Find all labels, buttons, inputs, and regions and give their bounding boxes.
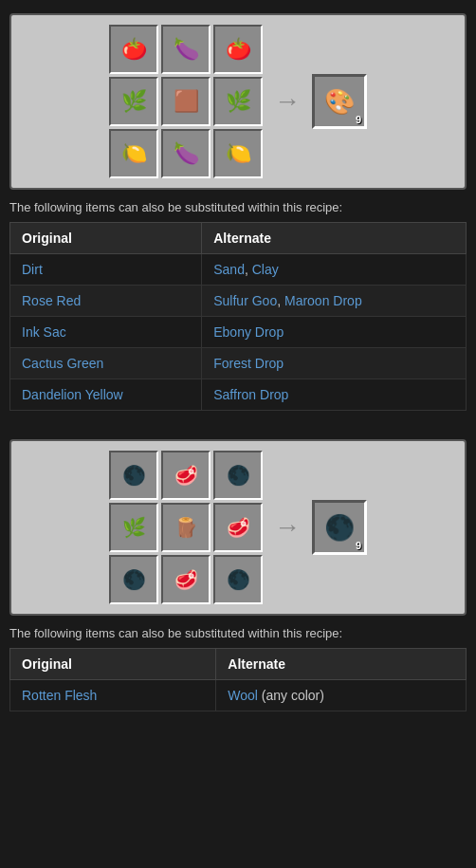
table-row: Ink SacEbony Drop [10,317,467,348]
grid-cell-r2-3-2: 🥩 [161,555,211,604]
grid-cell-r2-1-2: 🥩 [161,451,211,500]
original-cell: Rotten Flesh [10,680,216,711]
craft-grid-2: 🌑 🥩 🌑 🌿 🪵 🥩 🌑 🥩 🌑 [109,451,263,604]
alternate-link[interactable]: Maroon Drop [284,293,362,308]
table-row: Rose RedSulfur Goo, Maroon Drop [10,286,467,317]
alternate-link[interactable]: Forest Drop [213,356,284,371]
recipe1-table: Original Alternate DirtSand, ClayRose Re… [9,222,467,411]
table-row: Rotten FleshWool (any color) [10,680,467,711]
recipe2-table: Original Alternate Rotten FleshWool (any… [9,648,467,711]
grid-cell-r2-2-1: 🌿 [109,503,158,552]
grid-cell-r2-3-1: 🌑 [109,555,158,604]
result-cell-2: 🌑 9 [312,500,367,555]
original-cell: Cactus Green [10,348,202,379]
grid-cell-3-2: 🍆 [161,129,211,178]
alternate-cell: Saffron Drop [202,379,467,411]
recipe2-section: 🌑 🥩 🌑 🌿 🪵 🥩 🌑 🥩 🌑 → 🌑 9 The following it… [0,426,476,727]
grid-cell-1-1: 🍅 [109,25,158,74]
table-row: Dandelion YellowSaffron Drop [10,379,467,411]
alternate-cell: Sulfur Goo, Maroon Drop [202,286,467,317]
arrow-icon-1: → [274,86,301,117]
arrow-icon-2: → [274,512,301,543]
original-link[interactable]: Rotten Flesh [22,688,97,703]
original-link[interactable]: Cactus Green [22,356,103,371]
grid-cell-3-3: 🍋 [213,129,263,178]
craft-grid-1: 🍅 🍆 🍅 🌿 🟫 🌿 🍋 🍆 🍋 [109,25,263,178]
alternate-link[interactable]: Sand [213,262,245,277]
col-alternate-2: Alternate [216,649,467,680]
grid-cell-2-3: 🌿 [213,77,263,126]
recipe1-section: 🍅 🍆 🍅 🌿 🟫 🌿 🍋 🍆 🍋 → 🎨 9 The following it… [0,0,476,426]
table-row: Cactus GreenForest Drop [10,348,467,379]
alternate-cell: Wool (any color) [216,680,467,711]
grid-cell-3-1: 🍋 [109,129,158,178]
craft-area-2: 🌑 🥩 🌑 🌿 🪵 🥩 🌑 🥩 🌑 → 🌑 9 [9,439,467,616]
grid-cell-r2-1-3: 🌑 [213,451,263,500]
grid-cell-1-2: 🍆 [161,25,211,74]
table-row: DirtSand, Clay [10,254,467,286]
col-alternate-1: Alternate [202,223,467,254]
original-cell: Rose Red [10,286,202,317]
grid-cell-1-3: 🍅 [213,25,263,74]
grid-cell-r2-2-2: 🪵 [161,503,211,552]
alternate-link[interactable]: Sulfur Goo [213,293,277,308]
alternate-cell: Forest Drop [202,348,467,379]
grid-cell-2-2: 🟫 [161,77,211,126]
result-cell-1: 🎨 9 [312,74,367,129]
original-link[interactable]: Dandelion Yellow [22,387,123,402]
original-cell: Ink Sac [10,317,202,348]
alternate-cell: Ebony Drop [202,317,467,348]
recipe2-note: The following items can also be substitu… [6,621,470,648]
original-link[interactable]: Dirt [22,262,43,277]
craft-area-1: 🍅 🍆 🍅 🌿 🟫 🌿 🍋 🍆 🍋 → 🎨 9 [9,13,467,190]
alternate-link[interactable]: Clay [252,262,279,277]
recipe1-note: The following items can also be substitu… [6,195,470,222]
result-count-2: 9 [356,540,361,551]
original-cell: Dandelion Yellow [10,379,202,411]
original-link[interactable]: Ink Sac [22,324,66,340]
grid-cell-r2-1-1: 🌑 [109,451,158,500]
original-cell: Dirt [10,254,202,286]
alternate-link[interactable]: Saffron Drop [213,387,288,402]
grid-cell-r2-3-3: 🌑 [213,555,263,604]
alternate-link[interactable]: Ebony Drop [213,324,284,340]
alternate-cell: Sand, Clay [202,254,467,286]
col-original-2: Original [10,649,216,680]
alternate-link[interactable]: Wool [228,688,258,703]
result-count-1: 9 [356,114,361,125]
grid-cell-2-1: 🌿 [109,77,158,126]
original-link[interactable]: Rose Red [22,293,81,308]
grid-cell-r2-2-3: 🥩 [213,503,263,552]
col-original-1: Original [10,223,202,254]
